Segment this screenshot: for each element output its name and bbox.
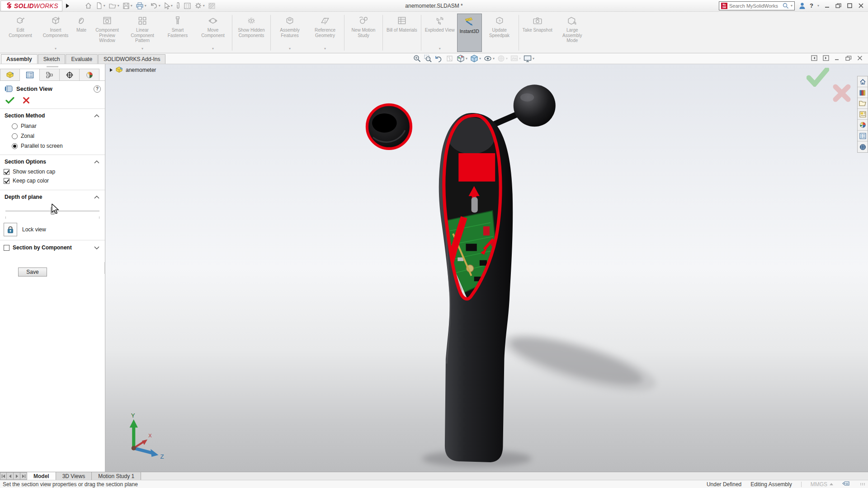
options-button[interactable]: ▾ [194, 2, 205, 9]
dropdown-caret[interactable]: ▾ [324, 46, 326, 52]
insert-components-button[interactable]: Insert Components▾ [38, 14, 73, 52]
scroll-left-button[interactable] [7, 472, 14, 480]
restore-down-button[interactable] [835, 2, 842, 9]
user-icon[interactable] [799, 2, 806, 9]
dropdown-caret[interactable]: ▾ [519, 57, 521, 61]
graphics-viewport[interactable]: Y Z X anemometer [105, 64, 868, 472]
view-orientation-button[interactable]: ▾ [456, 54, 468, 63]
tab-motion-study-1[interactable]: Motion Study 1 [92, 472, 141, 480]
dropdown-caret[interactable]: ▾ [506, 57, 508, 61]
take-snapshot-button[interactable]: Take Snapshot [520, 14, 555, 52]
depth-slider-handle[interactable] [51, 207, 55, 215]
dropdown-caret[interactable]: ▾ [212, 46, 214, 52]
collapse-chevron-icon[interactable] [94, 196, 99, 199]
smart-fasteners-button[interactable]: Smart Fasteners [160, 14, 195, 52]
check-keep-cap-color[interactable]: Keep cap color [0, 176, 105, 185]
dropdown-caret[interactable]: ▾ [533, 57, 534, 61]
tab-property-manager[interactable] [20, 69, 40, 81]
apply-scene-button[interactable]: ▾ [509, 54, 521, 63]
taskpane-file-explorer-tab[interactable] [858, 98, 868, 109]
confirm-cancel-button[interactable] [833, 84, 851, 102]
help-button[interactable]: ? [810, 2, 813, 9]
update-speedpak-button[interactable]: Update Speedpak [482, 14, 517, 52]
search-input[interactable] [729, 3, 781, 9]
panel-grip[interactable] [0, 64, 105, 69]
minimize-document-icon[interactable] [835, 56, 840, 61]
save-button[interactable]: Save [18, 267, 47, 277]
new-motion-study-button[interactable]: New Motion Study [346, 14, 381, 52]
zoom-fit-button[interactable] [412, 54, 422, 63]
zoom-area-button[interactable] [423, 54, 433, 63]
ok-button[interactable] [5, 97, 14, 104]
tab-dimxpert-manager[interactable] [60, 69, 80, 81]
dropdown-caret[interactable]: ▾ [289, 46, 291, 52]
edit-appearance-button[interactable]: ▾ [496, 54, 508, 63]
help-dropdown-caret[interactable]: ▾ [817, 4, 819, 8]
instant3d-button[interactable]: Instant3D [457, 14, 482, 52]
depth-slider[interactable] [5, 207, 99, 215]
scroll-first-button[interactable] [0, 472, 7, 480]
section-by-component-row[interactable]: Section by Component [0, 240, 105, 255]
hide-show-items-button[interactable]: ▾ [483, 54, 495, 63]
left-cup[interactable] [367, 105, 411, 149]
tab-configuration-manager[interactable] [40, 69, 60, 81]
taskpane-solidworks-resources-tab[interactable] [858, 141, 868, 152]
taskpane-view-palette-tab[interactable] [858, 109, 868, 120]
scroll-last-button[interactable] [20, 472, 27, 480]
dropdown-caret[interactable]: ▾ [493, 57, 495, 61]
lock-view-button[interactable] [4, 223, 17, 236]
reference-geometry-button[interactable]: Reference Geometry▾ [307, 14, 343, 52]
tag-icon[interactable] [842, 481, 849, 487]
tab-display-manager[interactable] [80, 69, 99, 81]
editing-mode[interactable]: Editing Assembly [750, 481, 792, 488]
tab-model[interactable]: Model [27, 472, 56, 480]
search-box[interactable]: MySW ▾ [719, 1, 795, 10]
save-button[interactable]: ▾ [123, 2, 132, 9]
view-settings-button[interactable]: ▾ [523, 54, 535, 63]
home-button[interactable] [85, 2, 92, 9]
close-button[interactable] [857, 2, 864, 9]
radio-zonal[interactable]: Zonal [0, 131, 105, 141]
search-icon[interactable] [783, 3, 789, 9]
attach-button[interactable] [176, 2, 180, 9]
help-icon[interactable]: ? [94, 85, 101, 93]
properties-button[interactable] [184, 2, 191, 9]
tab-feature-manager[interactable] [0, 69, 20, 81]
new-document-button[interactable]: ▾ [95, 2, 105, 9]
confirm-ok-button[interactable] [807, 68, 829, 87]
tab-assembly[interactable]: Assembly [1, 54, 38, 64]
edit-component-button[interactable]: Edit Component [3, 14, 38, 52]
previous-view-button[interactable] [434, 54, 443, 63]
taskpane-home-tab[interactable] [858, 76, 868, 87]
menu-flyout-arrow[interactable] [66, 4, 69, 8]
taskpane-appearances-tab[interactable] [858, 120, 868, 131]
section-view-button[interactable] [445, 54, 454, 63]
open-button[interactable]: ▾ [108, 2, 119, 9]
tab-3d-views[interactable]: 3D Views [56, 472, 92, 480]
expand-triangle-icon[interactable] [110, 68, 113, 72]
dropdown-caret[interactable]: ▾ [466, 57, 467, 61]
close-document-icon[interactable] [857, 56, 863, 61]
taskpane-design-library-tab[interactable] [858, 87, 868, 98]
scroll-right-button[interactable] [14, 472, 20, 480]
unit-system[interactable]: MMGS [811, 481, 833, 488]
feature-tree-root[interactable]: anemometer [110, 66, 156, 73]
anemometer-3d-model[interactable]: Y Z X [105, 64, 868, 472]
depth-of-plane-header[interactable]: Depth of plane [0, 190, 105, 202]
minimize-button[interactable] [823, 2, 830, 9]
exploded-view-button[interactable]: Exploded View▾ [423, 14, 457, 52]
radio-parallel-to-screen[interactable]: Parallel to screen [0, 141, 105, 151]
undo-button[interactable]: ▾ [150, 2, 160, 9]
show-hidden-components-button[interactable]: Show Hidden Components [234, 14, 269, 52]
section-options-header[interactable]: Section Options [0, 155, 105, 167]
taskpane-custom-properties-tab[interactable] [858, 131, 868, 141]
tab-evaluate[interactable]: Evaluate [66, 54, 98, 64]
tab-sketch[interactable]: Sketch [38, 54, 66, 64]
check-show-section-cap[interactable]: Show section cap [0, 167, 105, 176]
previous-window-icon[interactable] [811, 55, 817, 61]
component-preview-window-button[interactable]: Component Preview Window [90, 14, 125, 52]
next-window-icon[interactable] [823, 55, 829, 61]
section-method-header[interactable]: Section Method [0, 109, 105, 121]
maximize-button[interactable] [846, 2, 853, 9]
dropdown-caret[interactable]: ▾ [439, 46, 441, 52]
